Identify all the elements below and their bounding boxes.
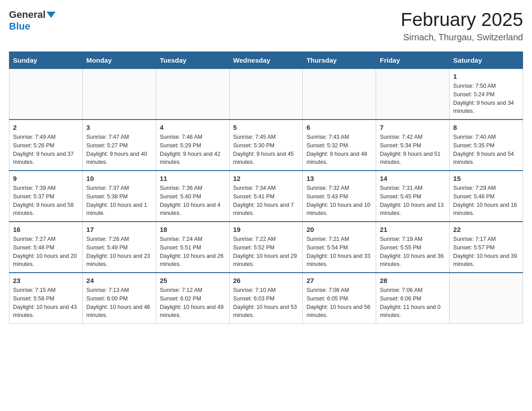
day-info: Sunrise: 7:37 AMSunset: 5:38 PMDaylight:… <box>86 184 152 218</box>
day-number: 26 <box>233 277 299 284</box>
day-number: 4 <box>160 124 226 131</box>
calendar-day-cell: 5Sunrise: 7:45 AMSunset: 5:30 PMDaylight… <box>229 120 303 171</box>
day-info: Sunrise: 7:31 AMSunset: 5:45 PMDaylight:… <box>380 184 446 218</box>
day-number: 3 <box>86 124 152 131</box>
day-info: Sunrise: 7:40 AMSunset: 5:35 PMDaylight:… <box>453 133 519 167</box>
day-info: Sunrise: 7:39 AMSunset: 5:37 PMDaylight:… <box>13 184 79 218</box>
calendar-week-row: 1Sunrise: 7:50 AMSunset: 5:24 PMDaylight… <box>9 69 523 120</box>
day-info: Sunrise: 7:17 AMSunset: 5:57 PMDaylight:… <box>453 235 519 269</box>
calendar-day-cell <box>156 69 229 120</box>
calendar-day-cell: 20Sunrise: 7:21 AMSunset: 5:54 PMDayligh… <box>303 222 376 273</box>
day-info: Sunrise: 7:08 AMSunset: 6:05 PMDaylight:… <box>306 286 372 320</box>
day-info: Sunrise: 7:15 AMSunset: 5:58 PMDaylight:… <box>13 286 79 320</box>
day-number: 18 <box>160 226 226 233</box>
day-number: 1 <box>453 73 519 80</box>
day-number: 8 <box>453 124 519 131</box>
day-info: Sunrise: 7:24 AMSunset: 5:51 PMDaylight:… <box>160 235 226 269</box>
day-info: Sunrise: 7:12 AMSunset: 6:02 PMDaylight:… <box>160 286 226 320</box>
calendar-week-row: 2Sunrise: 7:49 AMSunset: 5:26 PMDaylight… <box>9 120 523 171</box>
calendar-day-cell: 6Sunrise: 7:43 AMSunset: 5:32 PMDaylight… <box>303 120 376 171</box>
day-info: Sunrise: 7:45 AMSunset: 5:30 PMDaylight:… <box>233 133 299 167</box>
day-info: Sunrise: 7:21 AMSunset: 5:54 PMDaylight:… <box>306 235 372 269</box>
day-number: 15 <box>453 175 519 182</box>
weekday-header-monday: Monday <box>82 52 156 69</box>
day-number: 21 <box>380 226 446 233</box>
logo-blue-text: Blue <box>9 21 30 32</box>
weekday-header-sunday: Sunday <box>9 52 83 69</box>
day-info: Sunrise: 7:36 AMSunset: 5:40 PMDaylight:… <box>160 184 226 218</box>
calendar-day-cell: 27Sunrise: 7:08 AMSunset: 6:05 PMDayligh… <box>303 273 376 324</box>
weekday-header-wednesday: Wednesday <box>229 52 303 69</box>
calendar-day-cell: 25Sunrise: 7:12 AMSunset: 6:02 PMDayligh… <box>156 273 229 324</box>
calendar-day-cell: 9Sunrise: 7:39 AMSunset: 5:37 PMDaylight… <box>9 171 83 222</box>
day-number: 2 <box>13 124 79 131</box>
day-info: Sunrise: 7:27 AMSunset: 5:48 PMDaylight:… <box>13 235 79 269</box>
calendar-day-cell <box>376 69 450 120</box>
calendar-day-cell <box>303 69 376 120</box>
day-number: 16 <box>13 226 79 233</box>
weekday-header-tuesday: Tuesday <box>156 52 229 69</box>
day-info: Sunrise: 7:32 AMSunset: 5:43 PMDaylight:… <box>306 184 372 218</box>
day-number: 5 <box>233 124 299 131</box>
calendar-week-row: 9Sunrise: 7:39 AMSunset: 5:37 PMDaylight… <box>9 171 523 222</box>
day-info: Sunrise: 7:50 AMSunset: 5:24 PMDaylight:… <box>453 82 519 116</box>
day-number: 6 <box>306 124 372 131</box>
day-number: 19 <box>233 226 299 233</box>
day-number: 12 <box>233 175 299 182</box>
logo-triangle-icon <box>47 12 56 18</box>
weekday-header-thursday: Thursday <box>303 52 376 69</box>
day-info: Sunrise: 7:10 AMSunset: 6:03 PMDaylight:… <box>233 286 299 320</box>
calendar-day-cell: 2Sunrise: 7:49 AMSunset: 5:26 PMDaylight… <box>9 120 83 171</box>
day-info: Sunrise: 7:26 AMSunset: 5:49 PMDaylight:… <box>86 235 152 269</box>
day-number: 27 <box>306 277 372 284</box>
day-number: 11 <box>160 175 226 182</box>
calendar-week-row: 16Sunrise: 7:27 AMSunset: 5:48 PMDayligh… <box>9 222 523 273</box>
calendar-day-cell: 22Sunrise: 7:17 AMSunset: 5:57 PMDayligh… <box>450 222 523 273</box>
weekday-header-row: SundayMondayTuesdayWednesdayThursdayFrid… <box>9 52 523 69</box>
weekday-header-saturday: Saturday <box>450 52 523 69</box>
calendar-day-cell: 8Sunrise: 7:40 AMSunset: 5:35 PMDaylight… <box>450 120 523 171</box>
calendar-week-row: 23Sunrise: 7:15 AMSunset: 5:58 PMDayligh… <box>9 273 523 324</box>
calendar-day-cell: 26Sunrise: 7:10 AMSunset: 6:03 PMDayligh… <box>229 273 303 324</box>
calendar-day-cell: 7Sunrise: 7:42 AMSunset: 5:34 PMDaylight… <box>376 120 450 171</box>
day-info: Sunrise: 7:46 AMSunset: 5:29 PMDaylight:… <box>160 133 226 167</box>
calendar-day-cell: 4Sunrise: 7:46 AMSunset: 5:29 PMDaylight… <box>156 120 229 171</box>
month-title: February 2025 <box>401 9 523 30</box>
calendar-day-cell: 24Sunrise: 7:13 AMSunset: 6:00 PMDayligh… <box>82 273 156 324</box>
calendar-day-cell: 16Sunrise: 7:27 AMSunset: 5:48 PMDayligh… <box>9 222 83 273</box>
calendar-day-cell: 15Sunrise: 7:29 AMSunset: 5:46 PMDayligh… <box>450 171 523 222</box>
day-number: 24 <box>86 277 152 284</box>
day-number: 14 <box>380 175 446 182</box>
day-number: 13 <box>306 175 372 182</box>
calendar-day-cell: 28Sunrise: 7:06 AMSunset: 6:06 PMDayligh… <box>376 273 450 324</box>
title-block: February 2025 Sirnach, Thurgau, Switzerl… <box>401 9 523 43</box>
day-info: Sunrise: 7:22 AMSunset: 5:52 PMDaylight:… <box>233 235 299 269</box>
day-number: 9 <box>13 175 79 182</box>
calendar-day-cell: 10Sunrise: 7:37 AMSunset: 5:38 PMDayligh… <box>82 171 156 222</box>
day-info: Sunrise: 7:34 AMSunset: 5:41 PMDaylight:… <box>233 184 299 218</box>
logo: General Blue <box>9 9 56 32</box>
weekday-header-friday: Friday <box>376 52 450 69</box>
day-number: 7 <box>380 124 446 131</box>
location-title: Sirnach, Thurgau, Switzerland <box>401 32 523 43</box>
calendar-day-cell: 17Sunrise: 7:26 AMSunset: 5:49 PMDayligh… <box>82 222 156 273</box>
calendar-day-cell: 14Sunrise: 7:31 AMSunset: 5:45 PMDayligh… <box>376 171 450 222</box>
day-info: Sunrise: 7:49 AMSunset: 5:26 PMDaylight:… <box>13 133 79 167</box>
calendar-day-cell: 13Sunrise: 7:32 AMSunset: 5:43 PMDayligh… <box>303 171 376 222</box>
day-number: 17 <box>86 226 152 233</box>
calendar-day-cell: 18Sunrise: 7:24 AMSunset: 5:51 PMDayligh… <box>156 222 229 273</box>
day-number: 25 <box>160 277 226 284</box>
logo-general-text: General <box>9 9 46 21</box>
calendar-day-cell: 21Sunrise: 7:19 AMSunset: 5:55 PMDayligh… <box>376 222 450 273</box>
calendar-day-cell <box>9 69 83 120</box>
calendar-day-cell: 11Sunrise: 7:36 AMSunset: 5:40 PMDayligh… <box>156 171 229 222</box>
calendar-day-cell: 1Sunrise: 7:50 AMSunset: 5:24 PMDaylight… <box>450 69 523 120</box>
day-number: 20 <box>306 226 372 233</box>
day-number: 10 <box>86 175 152 182</box>
day-info: Sunrise: 7:19 AMSunset: 5:55 PMDaylight:… <box>380 235 446 269</box>
day-number: 22 <box>453 226 519 233</box>
calendar-day-cell <box>82 69 156 120</box>
calendar-table: SundayMondayTuesdayWednesdayThursdayFrid… <box>9 51 523 324</box>
day-number: 23 <box>13 277 79 284</box>
day-number: 28 <box>380 277 446 284</box>
